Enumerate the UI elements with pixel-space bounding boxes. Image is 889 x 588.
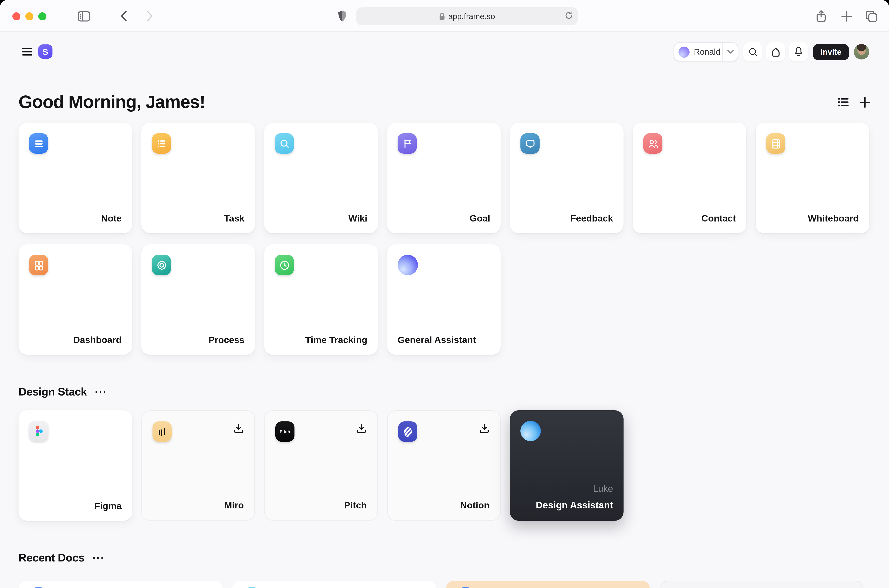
goal-icon [398, 133, 417, 154]
main-content: Good Morning, James! NoteTaskWikiGoalFee… [0, 92, 889, 588]
whiteboard-icon [766, 133, 785, 154]
figma-icon [29, 421, 48, 441]
notifications-button[interactable] [789, 42, 808, 62]
workspace-name: Ronald [694, 47, 722, 57]
sphere-purple-icon [398, 255, 418, 275]
app-card-label: Wiki [348, 213, 367, 224]
section-header: Recent Docs··· [18, 552, 871, 564]
home-icon [771, 47, 780, 57]
section-header: Design Stack··· [18, 386, 871, 399]
sphere-blue-icon [520, 421, 541, 441]
section-menu-icon[interactable]: ··· [93, 555, 105, 561]
search-button[interactable] [743, 42, 763, 62]
app-card-process[interactable]: Process [141, 244, 255, 355]
download-icon[interactable] [233, 423, 244, 434]
tab-overview-icon[interactable] [864, 9, 878, 24]
app-logo[interactable]: S [38, 44, 53, 58]
recent-doc-card[interactable] [446, 580, 650, 588]
app-card-label: Whiteboard [808, 213, 859, 224]
stack-card-label: Design Assistant [536, 500, 613, 511]
user-avatar[interactable] [854, 44, 869, 60]
recent-doc-card[interactable] [18, 580, 223, 588]
back-icon[interactable] [116, 9, 131, 24]
app-card-goal[interactable]: Goal [387, 123, 501, 233]
app-card-label: Task [224, 213, 245, 224]
new-tab-icon[interactable] [839, 9, 854, 24]
forward-icon[interactable] [142, 9, 157, 24]
recent-docs-grid [18, 580, 871, 588]
url-text: app.frame.so [448, 12, 495, 21]
stack-card-label: Notion [460, 500, 490, 510]
assistant-name: Luke [593, 483, 613, 494]
download-icon[interactable] [479, 423, 490, 434]
section-title: Recent Docs [18, 552, 84, 564]
task-icon [152, 133, 171, 154]
recent-doc-card[interactable] [659, 580, 864, 588]
app-card-label: Time Tracking [305, 334, 367, 345]
search-icon [748, 47, 758, 57]
lock-icon [439, 12, 445, 20]
app-card-whiteboard[interactable]: Whiteboard [756, 123, 869, 233]
app-card-label: General Assistant [398, 334, 476, 345]
workspace-avatar [679, 46, 689, 57]
address-bar[interactable]: app.frame.so [356, 8, 578, 25]
browser-toolbar: app.frame.so [0, 0, 889, 32]
feedback-icon [520, 133, 539, 154]
download-icon[interactable] [356, 423, 367, 434]
close-window-button[interactable] [12, 12, 20, 20]
app-card-time-tracking[interactable]: Time Tracking [264, 244, 378, 355]
app-card-task[interactable]: Task [141, 123, 255, 233]
menu-button[interactable] [22, 48, 32, 56]
wiki-icon [275, 133, 294, 154]
share-icon[interactable] [814, 9, 829, 24]
stack-card-label: Miro [224, 500, 244, 510]
stack-card-design-assistant[interactable]: LukeDesign Assistant [510, 410, 623, 521]
app-card-dashboard[interactable]: Dashboard [18, 244, 132, 355]
app-card-label: Process [209, 334, 245, 345]
time-icon [275, 255, 294, 275]
miro-icon [153, 422, 172, 442]
pitch-icon: Pitch [275, 422, 294, 442]
note-icon [29, 133, 48, 154]
notion-icon [398, 422, 417, 442]
stack-card-miro[interactable]: Miro [141, 410, 255, 521]
process-icon [152, 255, 171, 275]
app-card-feedback[interactable]: Feedback [510, 123, 623, 233]
workspace-switcher[interactable]: Ronald [674, 42, 738, 62]
page-title: Good Morning, James! [18, 92, 205, 112]
sidebar-toggle-icon[interactable] [77, 9, 92, 24]
dashboard-icon [29, 255, 48, 275]
chevron-down-icon [723, 50, 738, 54]
app-card-label: Dashboard [73, 334, 122, 345]
app-card-label: Feedback [570, 213, 613, 224]
section-title: Design Stack [18, 386, 87, 399]
zoom-window-button[interactable] [38, 12, 46, 20]
recent-doc-card[interactable] [232, 580, 437, 588]
list-view-icon[interactable] [838, 97, 849, 107]
contact-icon [643, 133, 662, 154]
home-button[interactable] [766, 42, 785, 62]
app-card-wiki[interactable]: Wiki [264, 123, 378, 233]
app-card-note[interactable]: Note [18, 123, 132, 233]
stack-card-label: Pitch [344, 500, 367, 510]
browser-window: app.frame.so S Ronald [0, 0, 889, 588]
app-header: S Ronald Invite [0, 32, 889, 72]
design-stack-grid: FigmaMiroPitchPitchNotionLukeDesign Assi… [18, 410, 871, 521]
section-menu-icon[interactable]: ··· [95, 389, 107, 395]
stack-card-figma[interactable]: Figma [18, 410, 132, 521]
add-app-icon[interactable] [859, 97, 871, 108]
minimize-window-button[interactable] [25, 12, 33, 20]
app-card-general-assistant[interactable]: General Assistant [387, 244, 501, 355]
stack-card-label: Figma [94, 500, 122, 511]
app-card-label: Contact [701, 213, 736, 224]
app-card-label: Goal [470, 213, 490, 224]
stack-card-notion[interactable]: Notion [387, 410, 501, 521]
reload-icon[interactable] [565, 11, 573, 22]
app-card-label: Note [101, 213, 122, 224]
bell-icon [794, 46, 803, 57]
stack-card-pitch[interactable]: PitchPitch [264, 410, 378, 521]
invite-button[interactable]: Invite [813, 44, 849, 60]
app-card-contact[interactable]: Contact [633, 123, 746, 233]
app-grid: NoteTaskWikiGoalFeedbackContactWhiteboar… [18, 123, 871, 355]
privacy-shield-icon[interactable] [335, 9, 350, 24]
